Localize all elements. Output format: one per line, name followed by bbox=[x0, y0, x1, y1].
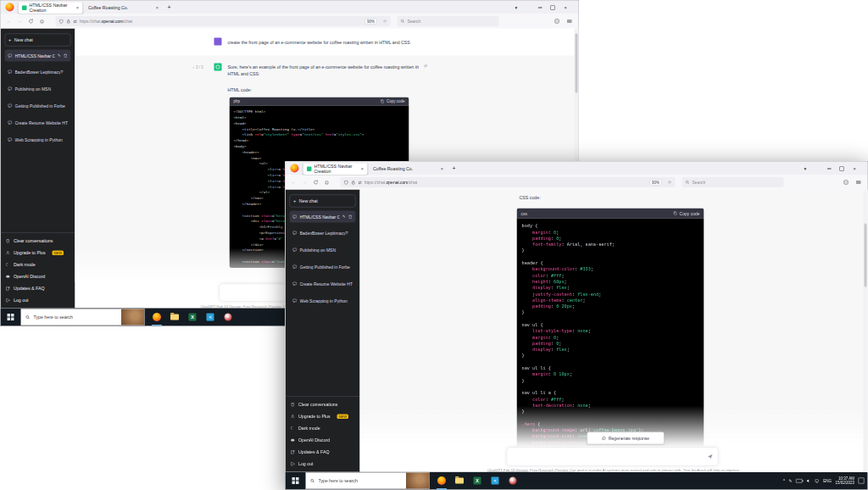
reload-icon[interactable] bbox=[29, 19, 34, 24]
upgrade-to-plus-button[interactable]: Upgrade to Plus NEW bbox=[1, 247, 75, 259]
close-button[interactable]: × bbox=[849, 166, 861, 171]
tab-close-icon[interactable]: × bbox=[76, 5, 79, 10]
copy-code-button[interactable]: Copy code bbox=[673, 211, 699, 216]
taskbar-clock[interactable]: 10:37 AM 15/02/2023 bbox=[835, 476, 854, 486]
tab-html-css-navbar[interactable]: HTML/CSS Navbar Creation × bbox=[303, 163, 368, 175]
scrollbar-thumb[interactable] bbox=[576, 34, 578, 93]
restore-button[interactable] bbox=[836, 165, 849, 170]
language-indicator[interactable]: ENG bbox=[823, 479, 832, 483]
new-tab-button[interactable]: + bbox=[168, 4, 171, 11]
app-icon-red-app[interactable] bbox=[508, 472, 519, 490]
tab-html-css-navbar[interactable]: HTML/CSS Navbar Creation × bbox=[19, 2, 83, 14]
action-center-icon[interactable] bbox=[859, 478, 865, 484]
taskbar-search[interactable]: Type here to search bbox=[306, 472, 430, 489]
start-button[interactable] bbox=[286, 472, 306, 490]
app-icon-excel[interactable]: X bbox=[472, 472, 483, 490]
dark-mode-button[interactable]: ☾ Dark mode bbox=[1, 259, 75, 270]
zoom-level-badge[interactable]: 90% bbox=[650, 180, 662, 186]
openai-discord-button[interactable]: OpenAI Discord bbox=[286, 434, 360, 446]
tray-expand-icon[interactable]: ^ bbox=[783, 478, 785, 483]
close-button[interactable]: × bbox=[559, 5, 572, 10]
upgrade-to-plus-button[interactable]: Upgrade to Plus NEW bbox=[286, 410, 360, 422]
trash-icon[interactable] bbox=[64, 53, 69, 58]
menu-icon[interactable] bbox=[856, 180, 861, 185]
sidebar-item-history[interactable]: Getting Published in Forbe bbox=[290, 261, 356, 273]
forward-icon[interactable]: → bbox=[303, 180, 308, 186]
openai-discord-button[interactable]: OpenAI Discord bbox=[1, 270, 75, 282]
list-tabs-icon[interactable]: ▾ bbox=[799, 165, 812, 171]
trash-icon[interactable] bbox=[348, 214, 353, 220]
sidebar-item-history[interactable]: Getting Published in Forbe bbox=[5, 100, 71, 112]
bookmark-star-icon[interactable]: ☆ bbox=[668, 180, 672, 186]
taskbar-search[interactable]: Type here to search bbox=[21, 309, 145, 326]
zoom-level-badge[interactable]: 90% bbox=[365, 19, 377, 25]
logout-button[interactable]: Log out bbox=[286, 458, 360, 470]
regenerate-response-button[interactable]: Regenerate response bbox=[587, 432, 665, 445]
app-icon-excel[interactable]: X bbox=[187, 309, 198, 326]
search-highlight-image[interactable] bbox=[121, 309, 144, 326]
network-icon[interactable] bbox=[815, 478, 820, 483]
edit-icon[interactable]: ✎ bbox=[342, 214, 346, 219]
sidebar-item-history[interactable]: Publishing on MSN bbox=[5, 83, 71, 95]
sidebar-item-history[interactable]: Web Scrapping in Python bbox=[5, 134, 71, 146]
logout-button[interactable]: Log out bbox=[1, 294, 75, 306]
new-chat-button[interactable]: + New chat bbox=[290, 195, 356, 208]
tab-close-icon[interactable]: × bbox=[441, 166, 443, 171]
list-tabs-icon[interactable]: ▾ bbox=[510, 4, 523, 10]
bookmark-star-icon[interactable]: ☆ bbox=[383, 19, 387, 25]
dark-mode-button[interactable]: ☾ Dark mode bbox=[286, 422, 360, 434]
thumbs-up-icon[interactable] bbox=[415, 64, 420, 70]
sidebar-item-history[interactable]: BadenBower Legitimacy? bbox=[5, 66, 71, 78]
search-highlight-image[interactable] bbox=[406, 473, 429, 489]
updates-faq-button[interactable]: Updates & FAQ bbox=[1, 282, 75, 294]
sidebar-item-history[interactable]: Create Resume Website HT bbox=[290, 278, 356, 290]
tab-coffee-roasting[interactable]: Coffee Roasting Co. × bbox=[370, 163, 448, 175]
message-input[interactable] bbox=[507, 448, 719, 466]
clear-conversations-button[interactable]: Clear conversations bbox=[286, 398, 360, 410]
tab-close-icon[interactable]: × bbox=[361, 166, 364, 171]
home-icon[interactable] bbox=[40, 19, 45, 24]
tab-close-icon[interactable]: × bbox=[156, 5, 159, 10]
back-icon[interactable]: ← bbox=[7, 19, 12, 25]
minimize-button[interactable] bbox=[823, 166, 836, 171]
sidebar-item-history[interactable]: Create Resume Website HT bbox=[5, 117, 71, 129]
app-icon-red-app[interactable] bbox=[223, 309, 234, 326]
browser-search-input[interactable]: Search bbox=[682, 177, 784, 187]
sidebar-item-history[interactable]: BadenBower Legitimacy? bbox=[290, 227, 356, 239]
minimize-button[interactable] bbox=[534, 5, 547, 10]
sidebar-item-history[interactable]: Publishing on MSN bbox=[290, 244, 356, 256]
sidebar-item-history[interactable]: Web Scrapping in Python bbox=[290, 295, 356, 307]
permissions-icon[interactable]: ⇄ bbox=[359, 180, 362, 185]
restore-button[interactable] bbox=[547, 4, 559, 9]
app-icon-file-explorer[interactable] bbox=[454, 472, 465, 490]
scrollbar[interactable] bbox=[864, 190, 868, 472]
clear-conversations-button[interactable]: Clear conversations bbox=[1, 235, 75, 247]
reload-icon[interactable] bbox=[314, 180, 319, 185]
app-icon-firefox[interactable] bbox=[437, 472, 448, 490]
prev-response-icon[interactable]: ‹ bbox=[193, 65, 195, 70]
scrollbar-thumb[interactable] bbox=[865, 224, 867, 287]
copy-code-button[interactable]: Copy code bbox=[380, 99, 404, 103]
menu-icon[interactable] bbox=[567, 19, 572, 24]
battery-icon[interactable] bbox=[796, 479, 803, 483]
app-icon-file-explorer[interactable] bbox=[170, 309, 181, 326]
new-tab-button[interactable]: + bbox=[453, 165, 456, 172]
edit-icon[interactable]: ✎ bbox=[58, 53, 61, 58]
pocket-save-icon[interactable] bbox=[554, 19, 559, 24]
app-icon-vscode[interactable]: < bbox=[490, 472, 501, 490]
sidebar-item-active-chat[interactable]: HTML/CSS Navbar Cre ✎ bbox=[5, 50, 71, 62]
send-icon[interactable] bbox=[708, 454, 714, 459]
address-bar[interactable]: ⇄ https://chat.openai.com/chat 90% ☆ bbox=[341, 177, 676, 187]
app-icon-firefox[interactable] bbox=[152, 309, 163, 326]
back-icon[interactable]: ← bbox=[292, 180, 297, 186]
app-icon-vscode[interactable]: < bbox=[205, 309, 216, 326]
browser-search-input[interactable]: Search bbox=[398, 16, 499, 26]
address-bar[interactable]: ⇄ https://chat.openai.com/chat 90% ☆ bbox=[56, 16, 391, 26]
new-chat-button[interactable]: + New chat bbox=[5, 34, 71, 47]
forward-icon[interactable]: → bbox=[18, 19, 23, 25]
thumbs-down-icon[interactable] bbox=[423, 64, 428, 70]
updates-faq-button[interactable]: Updates & FAQ bbox=[286, 446, 360, 458]
tab-coffee-roasting[interactable]: Coffee Roasting Co. × bbox=[85, 2, 163, 14]
sidebar-item-active-chat[interactable]: HTML/CSS Navbar Cre ✎ bbox=[290, 211, 356, 223]
home-icon[interactable] bbox=[325, 180, 330, 185]
